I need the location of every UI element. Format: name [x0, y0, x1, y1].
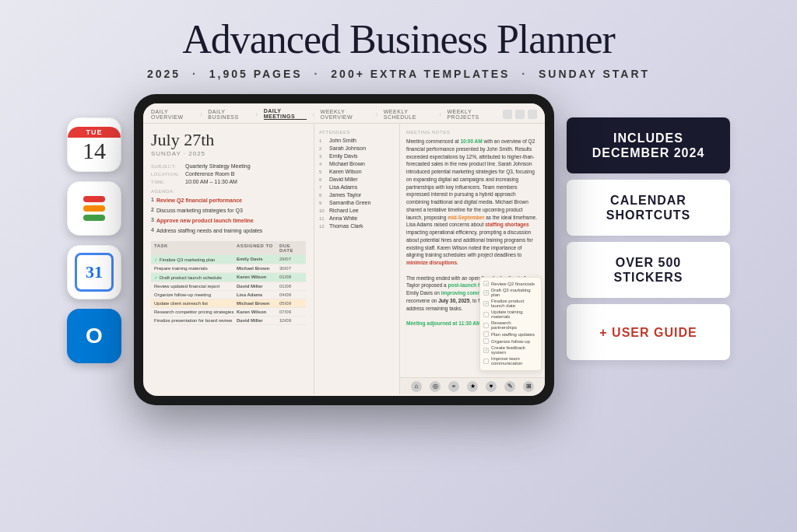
attendee-4: 4Michael Brown — [319, 161, 395, 166]
feature-card-stickers: OVER 500STICKERS — [567, 242, 730, 298]
time-label: TIME: — [151, 179, 182, 184]
checklist-item-4: Update training materials — [483, 310, 538, 319]
attendee-9: 9Samantha Green — [319, 200, 395, 205]
attendee-6: 6David Miller — [319, 177, 395, 182]
feature-card-stickers-text: OVER 500STICKERS — [614, 255, 683, 285]
location-value: Conference Room B — [185, 171, 234, 177]
tablet-screen: DAILY OVERVIEW | DAILY BUSINESS | DAILY … — [143, 103, 545, 396]
attendee-7: 7Lisa Adams — [319, 184, 395, 190]
toolbar-icon-3[interactable]: ≡ — [448, 381, 459, 392]
toolbar-icon-6[interactable]: ✎ — [504, 381, 515, 392]
time-row: TIME: 10:00 AM – 11:30 AM — [151, 179, 306, 184]
gcal-date-number: 31 — [86, 262, 103, 282]
task-row-6: Update client outreach list Michael Brow… — [151, 299, 306, 308]
outlook-letter: O — [86, 324, 103, 348]
left-panel: July 27th SUNDAY · 2025 SUBJECT: Quarter… — [143, 124, 314, 394]
toolbar-icon-4[interactable]: ★ — [467, 381, 478, 392]
attendee-8: 8James Taylor — [319, 192, 395, 198]
subject-value: Quarterly Strategy Meeting — [185, 163, 251, 169]
task-row-2: Prepare training materials Michael Brown… — [151, 264, 306, 273]
gcal-inner: 31 — [75, 253, 114, 292]
nav-daily-business[interactable]: DAILY BUSINESS — [208, 109, 250, 120]
agenda-item-4: 4 Address staffing needs and training up… — [151, 227, 306, 234]
checklist-item-9: Improve team communication — [483, 356, 538, 366]
feature-card-december: INCLUDESDECEMBER 2024 — [567, 117, 730, 173]
toolbar-icon-7[interactable]: ⊞ — [523, 381, 534, 392]
task-table: TASK ASSIGNED TO DUE DATE ✓Finalize Q3 m… — [151, 241, 306, 325]
nav-weekly-overview[interactable]: WEEKLY OVERVIEW — [321, 109, 370, 120]
google-calendar-app-icon[interactable]: 31 — [67, 245, 121, 299]
nav-weekly-projects[interactable]: WEEKLY PROJECTS — [447, 109, 497, 120]
main-area: TUE 14 31 O DAILY OVERVI — [0, 86, 797, 405]
left-app-icons: TUE 14 31 O — [67, 94, 121, 363]
attendee-12: 12Thomas Clark — [319, 223, 395, 229]
task-col-task-label: TASK — [154, 243, 237, 253]
dot2: · — [314, 68, 320, 80]
task-row-3: ✓Draft product launch schedule Karen Wil… — [151, 273, 306, 282]
reminder-dot-green — [83, 215, 105, 221]
calendar-app-icon[interactable]: TUE 14 — [67, 117, 121, 172]
feature-card-user-guide-text: + USER GUIDE — [599, 325, 697, 340]
time-value: 10:00 AM – 11:30 AM — [185, 179, 237, 184]
toolbar-icon-1[interactable]: ⌂ — [411, 381, 422, 392]
nav-daily-meetings[interactable]: DAILY MEETINGS — [264, 108, 307, 120]
calendar-date-number: 14 — [83, 138, 106, 163]
agenda-item-3: 3 Approve new product launch timeline — [151, 217, 306, 224]
task-row-4: Review updated financial report David Mi… — [151, 282, 306, 291]
dot3: · — [521, 68, 527, 80]
task-table-header: TASK ASSIGNED TO DUE DATE — [151, 241, 306, 255]
meeting-date-sub: SUNDAY · 2025 — [151, 150, 306, 157]
agenda-item-2: 2 Discuss marketing strategies for Q3 — [151, 207, 306, 214]
subtitle-start: SUNDAY START — [539, 68, 650, 80]
task-col-assigned-label: ASSIGNED TO — [237, 243, 279, 253]
reminder-dot-orange — [83, 205, 105, 212]
attendees-panel: ATTENDEES 1John Smith 2Sarah Johnson 3Em… — [314, 124, 400, 394]
task-row-5: Organize follow-up meeting Lisa Adams 04… — [151, 291, 306, 299]
task-row-1: ✓Finalize Q3 marketing plan Emily Davis … — [151, 255, 306, 264]
reminders-dots — [77, 190, 111, 227]
toolbar-icon-2[interactable]: ◎ — [430, 381, 441, 392]
feature-card-calendar-shortcuts-text: CALENDARSHORTCUTS — [606, 193, 691, 222]
screen-body: July 27th SUNDAY · 2025 SUBJECT: Quarter… — [143, 124, 545, 394]
nav-icon-2[interactable] — [515, 110, 525, 119]
subject-label: SUBJECT: — [151, 163, 182, 169]
subject-row: SUBJECT: Quarterly Strategy Meeting — [151, 163, 306, 169]
checklist-overlay: ✓ Review Q2 financials ✓ Draft Q3 market… — [479, 277, 542, 371]
checklist-item-1: ✓ Review Q2 financials — [483, 281, 538, 286]
checklist-item-3: ✓ Finalize product launch date — [483, 299, 538, 308]
location-label: LOCATION: — [151, 171, 182, 177]
task-row-7: Research competitor pricing strategies K… — [151, 308, 306, 317]
subtitle-templates: 200+ EXTRA TEMPLATES — [331, 68, 510, 80]
calendar-day-label: TUE — [68, 127, 121, 138]
attendee-10: 10Richard Lee — [319, 208, 395, 213]
reminders-app-icon[interactable] — [67, 181, 121, 236]
attendees-label: ATTENDEES — [319, 130, 395, 135]
nav-icon-3[interactable] — [528, 110, 537, 119]
checklist-item-6: Plan staffing updates — [483, 331, 538, 337]
subtitle-pages: 1,905 PAGES — [209, 68, 303, 80]
feature-card-user-guide: + USER GUIDE — [567, 304, 730, 360]
dot1: · — [192, 68, 198, 80]
checklist-item-8: ✓ Create feedback system — [483, 345, 538, 355]
feature-cards: INCLUDESDECEMBER 2024 CALENDARSHORTCUTS … — [567, 94, 730, 360]
task-col-due-label: DUE DATE — [279, 243, 303, 253]
screen-toolbar: ⌂ ◎ ≡ ★ ♥ ✎ ⊞ — [400, 377, 545, 394]
tablet-frame: DAILY OVERVIEW | DAILY BUSINESS | DAILY … — [134, 94, 554, 405]
feature-card-december-text: INCLUDESDECEMBER 2024 — [592, 131, 705, 160]
subtitle-year: 2025 — [147, 68, 181, 80]
nav-icon-1[interactable] — [503, 110, 512, 119]
reminder-dot-red — [83, 196, 105, 202]
nav-weekly-schedule[interactable]: WEEKLY SCHEDULE — [384, 109, 434, 120]
attendee-5: 5Karen Wilson — [319, 169, 395, 174]
task-row-8: Finalize presentation for board review D… — [151, 317, 306, 325]
attendee-3: 3Emily Davis — [319, 153, 395, 159]
agenda-item-1: 1 Review Q2 financial performance — [151, 197, 306, 204]
outlook-app-icon[interactable]: O — [67, 309, 121, 363]
checklist-item-5: Research partnerships — [483, 320, 538, 330]
tablet-device: DAILY OVERVIEW | DAILY BUSINESS | DAILY … — [134, 94, 554, 405]
meeting-notes-label: MEETING NOTES — [406, 130, 539, 135]
page-subtitle: 2025 · 1,905 PAGES · 200+ EXTRA TEMPLATE… — [0, 68, 797, 80]
nav-daily-overview[interactable]: DAILY OVERVIEW — [151, 109, 195, 120]
attendee-11: 11Anna White — [319, 215, 395, 221]
toolbar-icon-5[interactable]: ♥ — [486, 381, 497, 392]
